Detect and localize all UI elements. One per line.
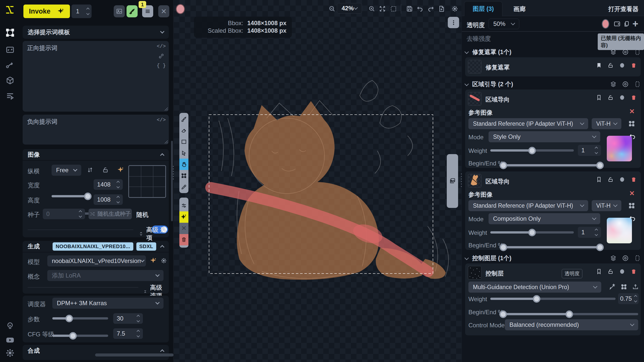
cfg-slider[interactable] bbox=[52, 335, 108, 337]
inpaint-mask-layer-card[interactable]: 修复遮罩 bbox=[465, 57, 641, 76]
inpaint-mask-group-header[interactable]: 修复遮罩 (1个) bbox=[465, 48, 641, 56]
reset-reference-icon[interactable] bbox=[629, 215, 636, 222]
layers-stack-icon[interactable] bbox=[610, 49, 617, 55]
image-advanced-options[interactable]: 高级 选项 bbox=[139, 226, 169, 242]
brush-color-swatch[interactable] bbox=[176, 4, 185, 14]
control-mode-select[interactable]: Balanced (recommended) bbox=[505, 319, 638, 330]
canvas-workspace[interactable]: 42% Bbox:1408×1008 px Scaled Bbox:1408×1… bbox=[174, 0, 462, 362]
nav-viewer-icon[interactable] bbox=[6, 45, 15, 54]
fill-color-swatch[interactable] bbox=[602, 19, 609, 29]
tab-layers[interactable]: 图层 (3) bbox=[464, 1, 502, 16]
remove-reference-icon[interactable]: ✕ bbox=[629, 108, 635, 115]
width-slider[interactable] bbox=[52, 195, 89, 197]
new-canvas-icon[interactable] bbox=[437, 5, 446, 13]
weight-slider[interactable] bbox=[490, 298, 616, 300]
nav-queue-icon[interactable] bbox=[6, 92, 15, 101]
code-icon[interactable]: </> bbox=[157, 43, 166, 49]
swap-dimensions-icon[interactable] bbox=[87, 167, 93, 173]
bookmark-icon[interactable] bbox=[596, 62, 602, 68]
optimize-size-sparkle-icon[interactable] bbox=[118, 167, 124, 173]
rect-tool[interactable] bbox=[179, 136, 188, 147]
visibility-eye-icon[interactable] bbox=[622, 255, 629, 261]
link-icon[interactable] bbox=[158, 53, 164, 59]
model-sparkle-icon[interactable] bbox=[150, 257, 157, 264]
lock-open-icon[interactable] bbox=[608, 95, 614, 101]
youtube-icon[interactable] bbox=[6, 335, 15, 344]
seed-input[interactable]: 0 bbox=[43, 209, 85, 219]
ip-mode-select[interactable]: Composition Only bbox=[489, 213, 600, 224]
code-icon[interactable]: </> bbox=[157, 117, 166, 123]
bookmark-icon[interactable] bbox=[596, 176, 602, 183]
model-settings-gear-icon[interactable] bbox=[160, 257, 167, 264]
canvas-brush-mode-button[interactable] bbox=[127, 5, 138, 17]
settings-gear-icon[interactable] bbox=[6, 348, 15, 357]
mask-fill-circle-icon[interactable] bbox=[619, 176, 625, 183]
model-picker-icon[interactable] bbox=[621, 284, 627, 290]
eraser-tool[interactable] bbox=[179, 125, 188, 136]
visibility-eye-icon[interactable] bbox=[622, 81, 629, 87]
begin-end-range-slider[interactable] bbox=[500, 313, 638, 315]
mask-fill-circle-icon[interactable] bbox=[619, 95, 625, 101]
frame-crop-icon[interactable] bbox=[634, 81, 641, 87]
horizontal-scrollbar[interactable] bbox=[95, 353, 174, 356]
fit-bbox-icon[interactable] bbox=[389, 5, 398, 13]
support-lightbulb-icon[interactable] bbox=[6, 321, 15, 330]
clip-vision-select[interactable]: ViT-H bbox=[592, 200, 621, 211]
model-select[interactable]: noobaiXLNAIXL_vPred10Version bbox=[47, 255, 146, 266]
stepper-arrows[interactable] bbox=[87, 8, 89, 15]
fit-layers-icon[interactable] bbox=[613, 20, 621, 28]
layer-opacity-button[interactable]: 透明度 bbox=[562, 269, 582, 278]
model-picker-icon[interactable] bbox=[628, 120, 635, 127]
canvas-context-menu-button[interactable] bbox=[448, 17, 459, 28]
add-layer-icon[interactable]: + bbox=[632, 19, 638, 29]
generation-section-header[interactable]: 生成 NOOBAIXLNAIXL_VPRED10... SDXL bbox=[23, 241, 169, 252]
weight-slider[interactable] bbox=[490, 149, 574, 152]
delete-layer-icon[interactable] bbox=[631, 176, 637, 183]
clip-vision-select[interactable]: ViT-H bbox=[592, 118, 621, 129]
select-tool[interactable] bbox=[179, 147, 188, 159]
positive-prompt-textarea[interactable]: 正向提示词 </> { } bbox=[23, 41, 169, 112]
resize-handle[interactable] bbox=[164, 140, 168, 144]
cancel-queue-button[interactable]: ✕ bbox=[158, 5, 169, 17]
control-layers-group-header[interactable]: 控制图层 (1个) bbox=[465, 254, 641, 262]
steps-input[interactable]: 30 bbox=[113, 313, 143, 324]
eyedropper-tool[interactable] bbox=[179, 181, 188, 193]
prompt-template-select[interactable]: 选择提示词模板 bbox=[23, 26, 169, 39]
filter-settings-tool[interactable] bbox=[179, 200, 188, 211]
delete-layer-icon[interactable] bbox=[631, 62, 637, 68]
upload-image-icon[interactable] bbox=[632, 284, 639, 290]
open-viewer-button[interactable]: 打开查看器 bbox=[608, 5, 638, 13]
aspect-ratio-select[interactable]: Free bbox=[52, 165, 81, 176]
regional-guidance-group-header[interactable]: 区域引导 (2 个) bbox=[465, 80, 641, 88]
regional-guidance-card-2[interactable]: 区域导向 参考图像 ✕ Standard Reference (IP Adapt… bbox=[465, 171, 641, 250]
regional-guidance-card-1[interactable]: 区域导向 参考图像 ✕ Standard Reference (IP Adapt… bbox=[465, 89, 641, 168]
ip-adapter-model-select[interactable]: Standard Reference (IP Adapter ViT-H) bbox=[468, 200, 588, 211]
zoom-in-icon[interactable] bbox=[368, 5, 376, 13]
ip-mode-select[interactable]: Style Only bbox=[489, 131, 600, 142]
brush-tool[interactable] bbox=[179, 113, 188, 125]
begin-end-range-slider[interactable] bbox=[500, 246, 603, 248]
delete-layer-icon[interactable] bbox=[631, 268, 637, 275]
height-input[interactable]: 1008 bbox=[94, 194, 123, 205]
delete-tool[interactable] bbox=[179, 234, 188, 245]
gallery-drawer-handle[interactable] bbox=[447, 154, 458, 208]
ip-adapter-model-select[interactable]: Standard Reference (IP Adapter ViT-H) bbox=[468, 118, 588, 129]
bookmark-icon[interactable] bbox=[596, 95, 602, 101]
queue-count-stepper[interactable]: 1 bbox=[71, 5, 92, 18]
lock-open-icon[interactable] bbox=[608, 268, 614, 275]
frame-crop-icon[interactable] bbox=[634, 49, 641, 55]
mask-fill-circle-icon[interactable] bbox=[619, 268, 625, 275]
lock-open-icon[interactable] bbox=[608, 176, 614, 183]
width-input[interactable]: 1408 bbox=[94, 179, 123, 190]
cfg-input[interactable]: 7.5 bbox=[113, 328, 143, 339]
zoom-out-icon[interactable] bbox=[328, 5, 336, 13]
tab-gallery[interactable]: 画廊 bbox=[513, 5, 526, 13]
redo-icon[interactable] bbox=[426, 5, 435, 13]
canvas-settings-gear-icon[interactable] bbox=[451, 5, 459, 13]
weight-slider[interactable] bbox=[490, 231, 574, 234]
remove-reference-icon[interactable]: ✕ bbox=[629, 190, 635, 197]
negative-prompt-textarea[interactable]: 负向提示词 </> bbox=[23, 115, 169, 145]
reference-image-thumbnail[interactable] bbox=[607, 218, 632, 243]
lora-select[interactable]: 添加 LoRA bbox=[47, 270, 164, 281]
reset-reference-icon[interactable] bbox=[629, 133, 636, 140]
